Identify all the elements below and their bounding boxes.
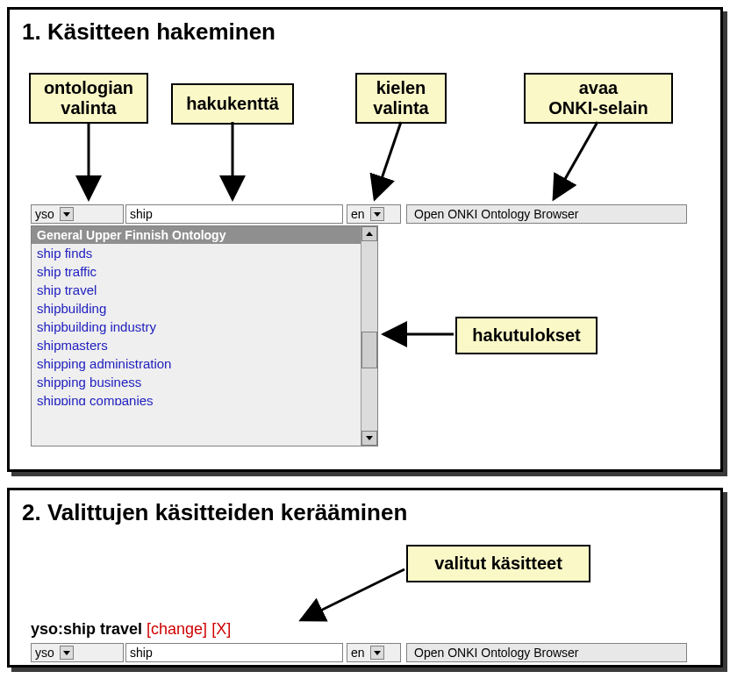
svg-line-2 (375, 122, 401, 199)
panel-search: 1. Käsitteen hakeminen ontologianvalinta… (7, 7, 723, 472)
language-select-2[interactable]: en (347, 643, 401, 662)
open-onki-label-2: Open ONKI Ontology Browser (414, 646, 579, 660)
ontology-select-2[interactable]: yso (31, 643, 124, 662)
ontology-select-2-value: yso (35, 646, 54, 660)
search-wrap: ship (125, 204, 343, 224)
callout-results: hakutulokset (455, 317, 598, 354)
callout-language: kielenvalinta (355, 73, 447, 124)
callout-results-text: hakutulokset (472, 325, 580, 345)
change-link[interactable]: [change] (147, 620, 207, 638)
ontology-select[interactable]: yso (31, 204, 124, 224)
language-select-value: en (351, 207, 365, 221)
lang-wrap-2: en (347, 643, 401, 662)
panel-collect: 2. Valittujen käsitteiden kerääminen val… (7, 488, 723, 668)
callout-searchfield-text: hakukenttä (186, 94, 279, 113)
callout-selected: valitut käsitteet (406, 545, 590, 582)
callout-openbrowser: avaaONKI-selain (524, 73, 673, 124)
chevron-down-icon (60, 207, 74, 221)
selected-label: yso:ship travel (31, 620, 142, 638)
callout-language-text: kielenvalinta (373, 78, 428, 118)
results-item[interactable]: ship travel (32, 281, 361, 299)
results-item[interactable]: shipbuilding (32, 299, 361, 318)
results-item[interactable]: ship traffic (32, 262, 361, 281)
results-item[interactable]: ship finds (32, 244, 361, 262)
svg-line-5 (301, 569, 404, 620)
scroll-thumb[interactable] (361, 332, 377, 368)
search-input-value: ship (130, 207, 153, 221)
panel1-title: 1. Käsitteen hakeminen (22, 18, 710, 46)
results-scrollbar[interactable] (361, 226, 377, 446)
results-list: General Upper Finnish Ontology ship find… (31, 225, 378, 446)
scroll-down-icon[interactable] (361, 431, 377, 446)
widget-row-2a: yso (31, 643, 124, 662)
search-input-2[interactable]: ship (125, 643, 343, 662)
remove-link[interactable]: [X] (211, 620, 231, 638)
open-onki-label: Open ONKI Ontology Browser (414, 207, 579, 221)
panel2-title: 2. Valittujen käsitteiden kerääminen (22, 499, 710, 526)
results-item[interactable]: shipbuilding industry (32, 318, 361, 336)
scroll-up-icon[interactable] (361, 226, 377, 241)
search-input[interactable]: ship (125, 204, 343, 224)
results-item[interactable]: shipmasters (32, 336, 361, 354)
results-header: General Upper Finnish Ontology (32, 226, 361, 244)
callout-searchfield: hakukenttä (171, 83, 294, 125)
callout-ontology: ontologianvalinta (29, 73, 148, 124)
chevron-down-icon (370, 207, 384, 221)
results-item[interactable]: shipping business (32, 373, 361, 391)
language-select-2-value: en (351, 646, 365, 660)
open-wrap: Open ONKI Ontology Browser (406, 204, 687, 224)
results-body: General Upper Finnish Ontology ship find… (32, 226, 361, 446)
open-onki-button-2[interactable]: Open ONKI Ontology Browser (406, 643, 687, 662)
callout-ontology-text: ontologianvalinta (44, 78, 133, 118)
svg-line-3 (554, 122, 598, 199)
results-item[interactable]: shipping companies (32, 391, 361, 405)
selected-concept: yso:ship travel [change] [X] (31, 620, 231, 639)
open-wrap-2: Open ONKI Ontology Browser (406, 643, 687, 662)
callout-openbrowser-text: avaaONKI-selain (548, 78, 648, 118)
chevron-down-icon (370, 646, 384, 660)
widget-row-1: yso (31, 204, 124, 224)
lang-wrap: en (347, 204, 401, 224)
open-onki-button[interactable]: Open ONKI Ontology Browser (406, 204, 687, 224)
chevron-down-icon (60, 646, 74, 660)
results-item[interactable]: shipping administration (32, 354, 361, 373)
ontology-select-value: yso (35, 207, 54, 221)
search-input-2-value: ship (130, 646, 153, 660)
callout-selected-text: valitut käsitteet (434, 554, 562, 573)
search-wrap-2: ship (125, 643, 343, 662)
language-select[interactable]: en (347, 204, 401, 224)
